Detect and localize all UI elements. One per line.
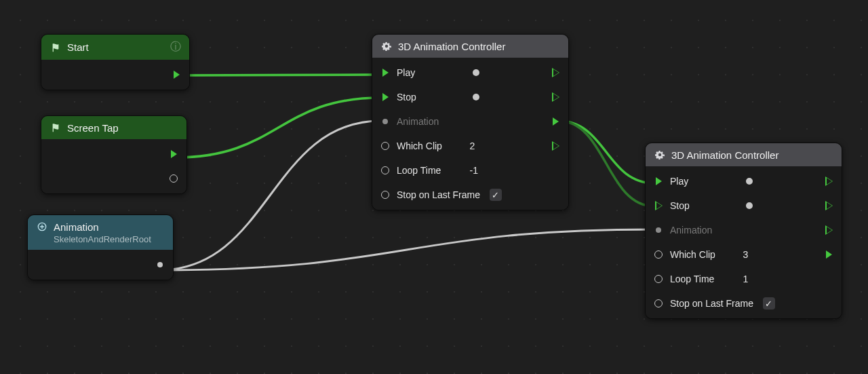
checkbox-stop-last-frame[interactable]: ✓ <box>490 189 502 201</box>
gear-icon <box>380 40 393 52</box>
row-c2-loop-time: Loop Time 1 <box>646 267 842 291</box>
port-out-exec[interactable] <box>823 226 835 234</box>
node-start-header[interactable]: Start ⓘ <box>41 35 189 60</box>
row-c1-stop: Stop <box>372 85 568 109</box>
toggle-dot[interactable] <box>469 69 484 76</box>
checkbox-stop-last-frame[interactable]: ✓ <box>763 297 775 310</box>
value-which-clip[interactable]: 2 <box>465 141 488 151</box>
node-screen-tap-header[interactable]: Screen Tap <box>41 116 186 139</box>
value-loop-time[interactable]: -1 <box>465 165 488 176</box>
node-animation-subtitle: SkeletonAndRenderRoot <box>36 234 151 244</box>
node-controller-2-header[interactable]: 3D Animation Controller <box>646 143 842 166</box>
port-out-exec[interactable] <box>549 117 561 126</box>
value-which-clip[interactable]: 3 <box>738 249 761 260</box>
node-screen-tap[interactable]: Screen Tap <box>41 115 187 194</box>
port-in-data[interactable] <box>379 142 391 150</box>
node-start[interactable]: Start ⓘ <box>41 34 190 90</box>
port-in-data[interactable] <box>652 250 665 259</box>
port-out-exec[interactable] <box>823 202 835 210</box>
node-animation-title: Animation <box>54 221 165 233</box>
port-in-exec[interactable] <box>652 202 665 210</box>
row-c2-which-clip: Which Clip 3 <box>646 242 842 267</box>
value-loop-time[interactable]: 1 <box>738 274 761 284</box>
port-out-exec[interactable] <box>167 150 180 158</box>
port-out-exec[interactable] <box>823 177 835 185</box>
toggle-dot[interactable] <box>742 178 757 185</box>
toggle-dot[interactable] <box>469 94 484 100</box>
port-in-data[interactable] <box>652 299 665 307</box>
port-out-exec[interactable] <box>549 69 561 77</box>
flag-icon <box>50 41 62 54</box>
row-c2-stop-last-frame: Stop on Last Frame ✓ <box>646 291 842 316</box>
node-start-title: Start <box>67 41 170 53</box>
port-in-data[interactable] <box>652 227 665 233</box>
row-start-exec <box>41 62 189 87</box>
gear-icon <box>654 149 666 161</box>
port-in-data[interactable] <box>652 275 665 283</box>
port-in-exec[interactable] <box>379 93 391 101</box>
plus-icon <box>36 221 48 233</box>
row-c1-stop-last-frame: Stop on Last Frame ✓ <box>372 183 568 207</box>
port-in-data[interactable] <box>379 166 391 174</box>
row-c1-which-clip: Which Clip 2 <box>372 134 568 158</box>
port-out-exec[interactable] <box>170 71 182 79</box>
row-screentap-data <box>41 166 186 191</box>
row-c2-animation: Animation <box>646 218 842 242</box>
node-controller-2[interactable]: 3D Animation Controller Play Stop Animat… <box>645 143 842 319</box>
port-out-exec[interactable] <box>823 250 835 259</box>
port-out-exec[interactable] <box>549 142 561 150</box>
node-screen-tap-title: Screen Tap <box>67 122 178 134</box>
row-c2-play: Play <box>646 169 842 193</box>
row-animation-out <box>28 253 173 277</box>
toggle-dot[interactable] <box>742 202 757 209</box>
row-c1-animation: Animation <box>372 109 568 134</box>
row-screentap-exec <box>41 142 186 166</box>
row-c1-loop-time: Loop Time -1 <box>372 158 568 183</box>
node-controller-1[interactable]: 3D Animation Controller Play Stop Animat… <box>372 34 569 210</box>
port-in-data[interactable] <box>379 191 391 199</box>
flag-icon <box>50 121 62 134</box>
node-controller-1-title: 3D Animation Controller <box>398 41 560 52</box>
node-animation-header[interactable]: Animation SkeletonAndRenderRoot <box>28 215 173 250</box>
port-out-data[interactable] <box>167 174 180 183</box>
port-out-data[interactable] <box>154 262 166 267</box>
info-icon[interactable]: ⓘ <box>170 40 181 54</box>
port-in-exec[interactable] <box>379 69 391 77</box>
node-animation[interactable]: Animation SkeletonAndRenderRoot <box>27 214 174 280</box>
row-c2-stop: Stop <box>646 193 842 218</box>
port-in-data[interactable] <box>379 119 391 124</box>
row-c1-play: Play <box>372 60 568 85</box>
node-controller-2-title: 3D Animation Controller <box>671 149 833 161</box>
port-out-exec[interactable] <box>549 93 561 101</box>
port-in-exec[interactable] <box>652 177 665 185</box>
node-controller-1-header[interactable]: 3D Animation Controller <box>372 35 568 58</box>
